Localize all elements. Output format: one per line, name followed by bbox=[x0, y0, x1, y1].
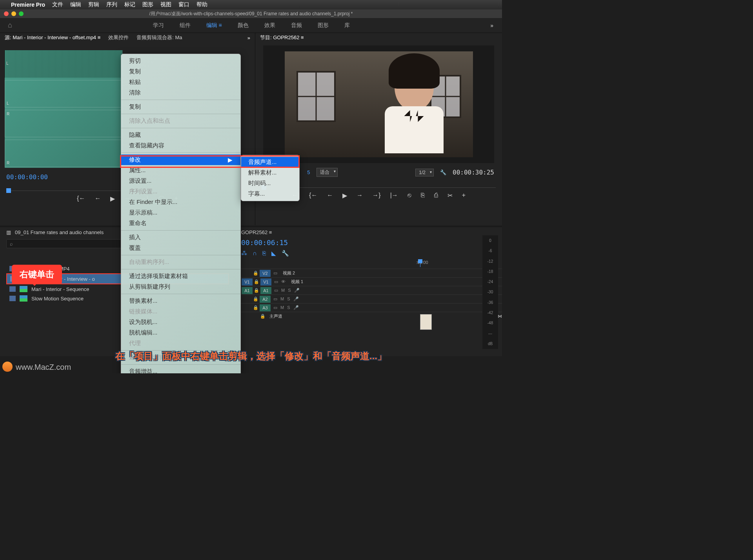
bin-icon[interactable]: ▥ bbox=[6, 229, 11, 235]
context-menu-item[interactable]: 在 Finder 中显示... bbox=[121, 197, 240, 207]
mute-button[interactable]: M bbox=[281, 288, 285, 293]
context-menu-item[interactable]: 显示原稿... bbox=[121, 207, 240, 218]
menu-graphic[interactable]: 图形 bbox=[142, 1, 153, 8]
mark-out-icon[interactable]: →} bbox=[372, 192, 380, 199]
go-end-icon[interactable]: |→ bbox=[390, 192, 398, 199]
solo-button[interactable]: S bbox=[288, 288, 291, 293]
menu-clip[interactable]: 剪辑 bbox=[88, 1, 99, 8]
lock-icon[interactable]: 🔒 bbox=[253, 288, 260, 293]
project-panel-tab[interactable]: 09_01 Frame rates and audio channels bbox=[15, 229, 104, 235]
context-menu-item[interactable]: 替换素材... bbox=[121, 296, 240, 306]
settings-wrench-icon[interactable]: 🔧 bbox=[440, 169, 446, 175]
marker-icon[interactable]: ◣ bbox=[271, 250, 276, 257]
panel-overflow-icon[interactable]: » bbox=[247, 35, 250, 41]
eye-icon[interactable]: 👁 bbox=[281, 279, 286, 284]
app-name[interactable]: Premiere Pro bbox=[11, 2, 45, 8]
context-menu-item[interactable]: 隐藏 bbox=[121, 130, 240, 140]
timeline-ruler[interactable]: :00:00 bbox=[306, 259, 502, 267]
timeline-clip[interactable] bbox=[420, 314, 432, 330]
playhead[interactable] bbox=[420, 259, 420, 267]
eye-icon[interactable]: ▭ bbox=[274, 279, 278, 284]
source-patch-v1[interactable]: V1 bbox=[242, 278, 253, 285]
lift-icon[interactable]: ⎋ bbox=[407, 192, 411, 199]
extract-icon[interactable]: ⎘ bbox=[421, 192, 425, 199]
track-v1[interactable]: V1 🔒 V1 ▭👁 视频 1 bbox=[236, 277, 502, 286]
home-icon[interactable]: ⌂ bbox=[8, 21, 12, 29]
track-a3[interactable]: 🔒 A3 ▭MS🎤 bbox=[236, 303, 502, 312]
mark-in-icon[interactable]: {← bbox=[77, 195, 85, 202]
fullscreen-window-icon[interactable] bbox=[19, 11, 24, 16]
timeline-timecode[interactable]: 00:00:06:15 bbox=[236, 238, 502, 247]
keyframe-icon[interactable]: ⋈ bbox=[498, 314, 502, 319]
context-menu-item[interactable]: 从剪辑新建序列 bbox=[121, 282, 240, 292]
lock-icon[interactable]: 🔒 bbox=[252, 271, 259, 276]
context-menu-item[interactable]: 属性... bbox=[121, 165, 240, 176]
track-a1[interactable]: A1 🔒 A1 ▭MS🎤 bbox=[236, 286, 502, 295]
menu-edit[interactable]: 编辑 bbox=[70, 1, 81, 8]
context-menu-item[interactable]: 复制 bbox=[121, 102, 240, 112]
context-menu-item[interactable]: 插入 bbox=[121, 232, 240, 243]
menu-sequence[interactable]: 序列 bbox=[106, 1, 117, 8]
workspace-graphics[interactable]: 图形 bbox=[318, 22, 329, 29]
track-toggle-v1[interactable]: V1 bbox=[260, 278, 271, 285]
zoom-fit-dropdown[interactable]: 适合 bbox=[316, 168, 338, 177]
context-menu-item[interactable]: 覆盖 bbox=[121, 243, 240, 253]
step-back-icon[interactable]: ← bbox=[327, 192, 333, 199]
mark-in-icon[interactable]: {← bbox=[309, 192, 317, 199]
context-menu-item[interactable]: 脱机编辑... bbox=[121, 327, 240, 338]
context-menu-item[interactable]: 设为脱机... bbox=[121, 317, 240, 327]
timeline-sequence-tab[interactable]: GOPR2562 bbox=[241, 229, 267, 235]
context-menu-item[interactable]: 重命名 bbox=[121, 218, 240, 229]
step-fwd-icon[interactable]: → bbox=[356, 192, 363, 199]
mic-icon[interactable]: 🎤 bbox=[294, 288, 300, 293]
workspace-overflow-icon[interactable]: » bbox=[490, 22, 494, 29]
workspace-learn[interactable]: 学习 bbox=[153, 22, 164, 29]
tab-audio-mixer[interactable]: 音频剪辑混合器: Ma bbox=[136, 34, 182, 41]
workspace-library[interactable]: 库 bbox=[344, 22, 350, 29]
submenu-item[interactable]: 解释素材... bbox=[241, 167, 299, 178]
step-back-icon[interactable]: ← bbox=[95, 195, 101, 202]
workspace-audio[interactable]: 音频 bbox=[291, 22, 302, 29]
settings-icon[interactable]: 🔧 bbox=[282, 250, 289, 257]
magnet-icon[interactable]: ∩ bbox=[253, 250, 257, 257]
add-button-icon[interactable]: + bbox=[462, 192, 466, 199]
context-menu-item[interactable]: 粘贴 bbox=[121, 77, 240, 87]
context-menu-item[interactable]: 查看隐藏内容 bbox=[121, 140, 240, 151]
resolution-dropdown[interactable]: 1/2 bbox=[415, 169, 434, 176]
menu-window[interactable]: 窗口 bbox=[178, 1, 189, 8]
context-menu-item[interactable]: 复制 bbox=[121, 66, 240, 77]
menu-help[interactable]: 帮助 bbox=[196, 1, 207, 8]
source-waveform-view[interactable]: L L R R bbox=[5, 50, 122, 168]
workspace-color[interactable]: 颜色 bbox=[238, 22, 249, 29]
track-toggle-a3[interactable]: A3 bbox=[260, 304, 271, 311]
play-icon[interactable]: ▶ bbox=[110, 195, 115, 202]
workspace-effects[interactable]: 效果 bbox=[264, 22, 275, 29]
menu-file[interactable]: 文件 bbox=[52, 1, 63, 8]
context-menu-item[interactable]: 修改▶ bbox=[121, 155, 240, 165]
workspace-editing[interactable]: 编辑 ≡ bbox=[206, 22, 222, 29]
track-toggle-v2[interactable]: V2 bbox=[260, 270, 271, 277]
export-frame-icon[interactable]: ⎙ bbox=[434, 192, 438, 199]
track-a2[interactable]: 🔒 A2 ▭MS🎤 bbox=[236, 295, 502, 303]
eye-icon[interactable]: ▭ bbox=[273, 271, 277, 276]
lock-icon[interactable]: 🔒 bbox=[253, 279, 260, 284]
tab-source[interactable]: 源: Mari - Interior - Interview - offset.… bbox=[5, 34, 100, 41]
submenu-item[interactable]: 音频声道... bbox=[241, 157, 299, 167]
close-window-icon[interactable] bbox=[4, 11, 9, 16]
track-v2[interactable]: 🔒 V2 ▭ 视频 2 bbox=[236, 269, 502, 277]
context-menu-item[interactable]: 音频增益... bbox=[121, 366, 240, 373]
program-monitor-view[interactable] bbox=[263, 45, 494, 163]
track-to= -a1[interactable]: A1 bbox=[260, 287, 271, 294]
tab-program[interactable]: 节目: GOPR2562 ≡ bbox=[260, 34, 304, 41]
track-toggle-a2[interactable]: A2 bbox=[260, 296, 271, 303]
snap-icon[interactable]: ⁂ bbox=[241, 250, 247, 257]
submenu-item[interactable]: 时间码... bbox=[241, 178, 299, 189]
context-menu-item[interactable]: 清除 bbox=[121, 87, 240, 98]
track-master[interactable]: 🔒 主声道 0.0 ⋈ bbox=[236, 312, 502, 320]
play-icon[interactable]: ▶ bbox=[342, 192, 347, 199]
context-menu-item[interactable]: 通过选择项新建素材箱 bbox=[121, 271, 240, 282]
linked-selection-icon[interactable]: ⎘ bbox=[262, 250, 266, 257]
context-menu-item[interactable]: 剪切 bbox=[121, 56, 240, 66]
minimize-window-icon[interactable] bbox=[11, 11, 16, 16]
razor-icon[interactable]: ✂ bbox=[447, 192, 453, 199]
